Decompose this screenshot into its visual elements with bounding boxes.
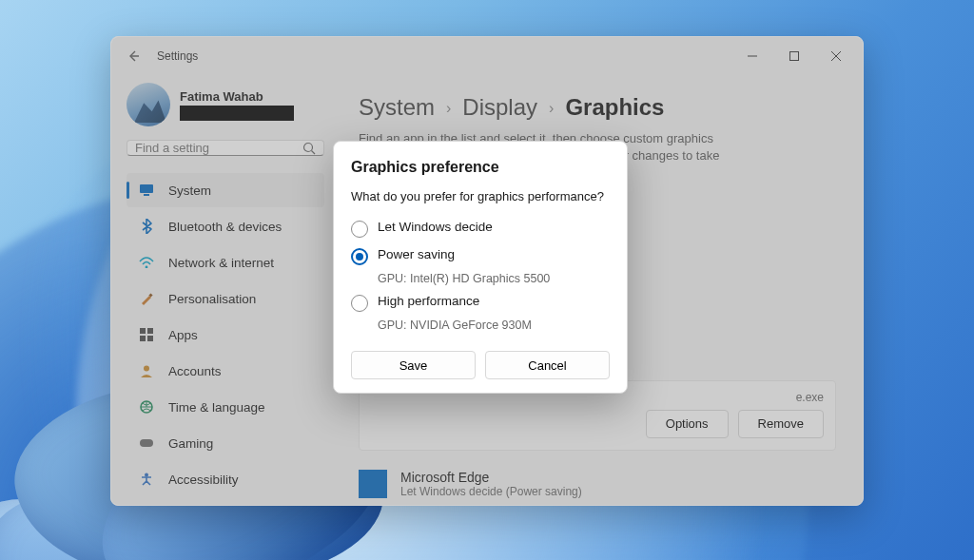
cancel-button[interactable]: Cancel (485, 351, 610, 379)
radio-let-windows-decide[interactable]: Let Windows decide (351, 215, 610, 242)
radio-sub: GPU: Intel(R) HD Graphics 5500 (378, 272, 610, 285)
dialog-question: What do you prefer for graphics performa… (351, 189, 610, 203)
save-button[interactable]: Save (351, 351, 476, 379)
radio-icon (351, 295, 368, 312)
radio-high-performance[interactable]: High performance (351, 289, 610, 317)
radio-power-saving[interactable]: Power saving (351, 242, 610, 270)
radio-label: High performance (378, 294, 479, 308)
radio-icon (351, 221, 368, 238)
graphics-preference-dialog: Graphics preference What do you prefer f… (333, 141, 628, 394)
dialog-title: Graphics preference (351, 159, 610, 176)
radio-label: Power saving (378, 247, 455, 261)
radio-sub: GPU: NVIDIA GeForce 930M (378, 319, 610, 332)
radio-icon-selected (351, 248, 368, 265)
radio-label: Let Windows decide (378, 220, 493, 234)
